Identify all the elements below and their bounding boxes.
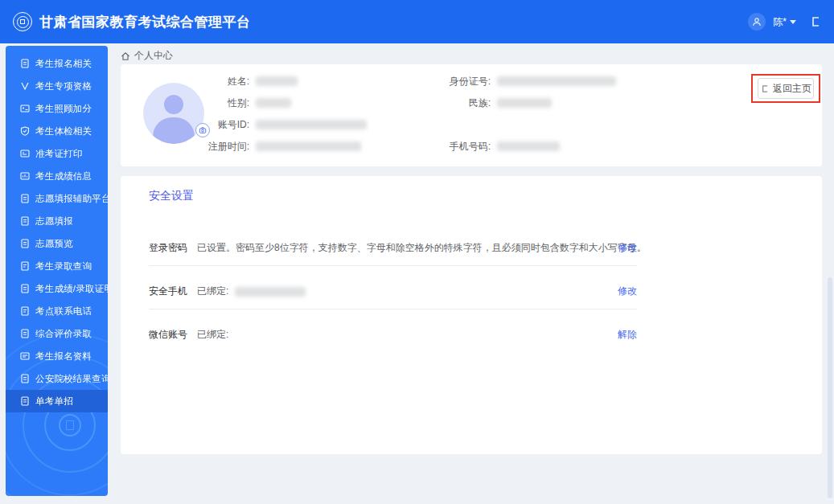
sidebar-item-special-qualification[interactable]: 考生专项资格	[6, 75, 108, 97]
sidebar-item-label: 志愿填报	[35, 215, 73, 227]
sidebar-item-police-college-result-query[interactable]: 公安院校结果查询	[6, 367, 108, 390]
header-user-area: 陈*	[748, 13, 821, 31]
document-icon	[19, 396, 30, 407]
document-icon	[19, 329, 30, 339]
document-icon	[19, 59, 30, 69]
sidebar-item-admission-query[interactable]: 考生录取查询	[6, 255, 108, 277]
sidebar-item-candidate-registration[interactable]: 考生报名相关	[6, 52, 108, 75]
security-row-secure-phone: 安全手机 已绑定: 修改	[121, 282, 822, 298]
sidebar-item-label: 考生报名相关	[35, 57, 92, 70]
name-label: 姓名:	[143, 75, 249, 88]
phone-doc-icon	[19, 306, 30, 317]
modify-phone-link[interactable]: 修改	[618, 285, 637, 298]
return-icon	[760, 84, 769, 93]
modify-password-link[interactable]: 修改	[618, 241, 637, 255]
field-id-number: 身份证号:	[394, 75, 616, 88]
top-header: 甘肃省国家教育考试综合管理平台 陈*	[0, 0, 834, 43]
divider	[149, 265, 637, 266]
sidebar-nav: 考生报名相关 考生专项资格 考生照顾加分 考生体检相关 准考证打印 考生成绩信息…	[6, 46, 108, 496]
chevron-down-icon	[790, 20, 796, 24]
user-profile-avatar[interactable]	[143, 83, 204, 144]
gender-label: 性别:	[143, 96, 249, 110]
wechat-label: 微信账号	[149, 328, 187, 342]
register-time-label: 注册时间:	[143, 140, 249, 154]
account-id-label: 账号ID:	[143, 118, 249, 132]
sidebar-item-label: 综合评价录取	[35, 327, 92, 340]
sidebar-item-score-info[interactable]: 考生成绩信息	[6, 165, 108, 187]
sidebar-item-label: 单考单招	[35, 395, 73, 408]
account-id-value-redacted	[256, 120, 367, 129]
security-settings-card: 安全设置 登录密码 已设置。密码至少8位字符，支持数字、字母和除空格外的特殊字符…	[121, 176, 822, 454]
sidebar-item-label: 考生体检相关	[35, 125, 92, 137]
vertical-scrollbar[interactable]	[828, 277, 832, 498]
check-v-icon	[19, 81, 30, 92]
security-section-title: 安全设置	[149, 189, 194, 203]
id-number-value-redacted	[497, 76, 616, 86]
sidebar-item-label: 志愿填报辅助平台	[35, 192, 108, 205]
logout-icon[interactable]	[810, 16, 821, 27]
sidebar-item-application-assist-platform[interactable]: 志愿填报辅助平台	[6, 187, 108, 210]
divider	[149, 309, 637, 309]
ethnicity-label: 民族:	[394, 96, 491, 110]
platform-seal-logo-icon	[13, 12, 32, 31]
secure-phone-desc: 已绑定:	[197, 285, 306, 298]
field-ethnicity: 民族:	[394, 96, 552, 109]
login-password-desc: 已设置。密码至少8位字符，支持数字、字母和除空格外的特殊字符，且必须同时包含数字…	[197, 241, 647, 255]
register-time-value-redacted	[256, 141, 361, 151]
phone-label: 手机号码:	[394, 140, 491, 154]
id-number-label: 身份证号:	[394, 75, 491, 88]
flag-doc-icon	[19, 261, 30, 272]
unbind-wechat-link[interactable]: 解除	[618, 328, 637, 342]
certificate-icon	[19, 284, 30, 294]
sidebar-item-label: 考生录取查询	[35, 260, 92, 272]
sidebar-item-label: 考生照顾加分	[35, 102, 92, 115]
field-gender: 性别:	[143, 96, 291, 109]
sidebar-item-physical-exam[interactable]: 考生体检相关	[6, 120, 108, 142]
sidebar-item-application-filling[interactable]: 志愿填报	[6, 210, 108, 232]
security-row-login-password: 登录密码 已设置。密码至少8位字符，支持数字、字母和除空格外的特殊字符，且必须同…	[121, 239, 822, 255]
folder-doc-icon	[19, 351, 30, 362]
user-menu[interactable]: 陈*	[773, 15, 796, 29]
ethnicity-value-redacted	[497, 98, 552, 108]
name-value-redacted	[256, 76, 298, 86]
sidebar-item-admission-ticket-print[interactable]: 准考证打印	[6, 142, 108, 165]
page-title: 甘肃省国家教育考试综合管理平台	[39, 13, 251, 31]
document-icon	[19, 194, 30, 204]
sidebar-item-comprehensive-evaluation-admission[interactable]: 综合评价录取	[6, 322, 108, 345]
field-phone: 手机号码:	[394, 140, 560, 153]
field-name: 姓名:	[143, 75, 298, 88]
user-avatar-icon[interactable]	[748, 13, 766, 31]
gender-value-redacted	[256, 98, 291, 108]
sidebar-item-registration-materials[interactable]: 考生报名资料	[6, 345, 108, 367]
sidebar-item-label: 考生成绩信息	[35, 170, 92, 182]
phone-value-redacted	[497, 141, 560, 151]
field-account-id: 账号ID:	[143, 118, 367, 131]
secure-phone-value-redacted	[235, 287, 306, 297]
sidebar-item-exam-site-phone[interactable]: 考点联系电话	[6, 300, 108, 322]
sidebar-item-label: 考生报名资料	[35, 350, 92, 363]
sidebar-item-label: 考生专项资格	[35, 80, 92, 92]
sidebar-item-label: 志愿预览	[35, 237, 73, 250]
profile-card: 姓名: 身份证号: 性别: 民族: 账号ID: 注册时间: 手机号码:	[121, 64, 822, 166]
sidebar-item-separate-exam-enrollment[interactable]: 单考单招	[6, 390, 108, 412]
secure-phone-status: 已绑定:	[197, 285, 228, 298]
app-root: 甘肃省国家教育考试综合管理平台 陈* 考生报名相关 考生专项资格 考生照顾加分	[0, 0, 834, 504]
sidebar-item-score-admission-certificate[interactable]: 考生成绩/录取证明	[6, 277, 108, 300]
return-home-button[interactable]: 返回主页	[758, 78, 814, 99]
secure-phone-label: 安全手机	[149, 285, 187, 298]
document-icon	[19, 239, 30, 249]
document-icon	[19, 374, 30, 384]
breadcrumb-label: 个人中心	[134, 49, 173, 63]
id-card-icon	[19, 149, 30, 159]
sidebar-item-label: 公安院校结果查询	[35, 372, 108, 385]
security-row-wechat: 微信账号 已绑定: 解除	[121, 326, 822, 342]
sidebar-item-label: 考生成绩/录取证明	[35, 282, 108, 295]
sidebar-item-label: 准考证打印	[35, 147, 83, 160]
report-icon	[19, 171, 30, 182]
sidebar-item-preferential-points[interactable]: 考生照顾加分	[6, 97, 108, 120]
sidebar-item-application-preview[interactable]: 志愿预览	[6, 232, 108, 255]
field-register-time: 注册时间:	[143, 140, 361, 153]
shield-check-icon	[19, 126, 30, 137]
home-icon	[121, 51, 130, 61]
user-name-label: 陈*	[773, 15, 787, 29]
